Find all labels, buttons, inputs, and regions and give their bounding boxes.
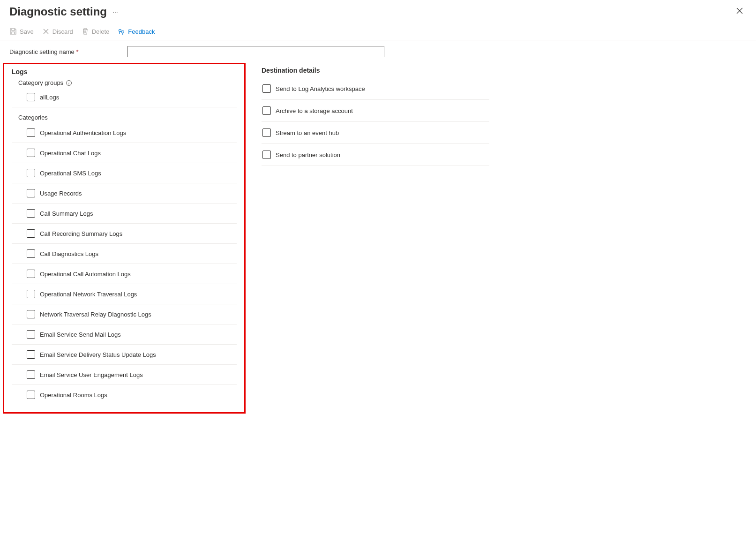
category-groups-label: Category groups i [18,79,237,86]
delete-label: Delete [92,28,110,35]
destination-checkbox[interactable] [262,151,271,159]
category-row: Network Traversal Relay Diagnostic Logs [12,304,237,324]
category-label: Operational Chat Logs [40,150,101,157]
category-row: Operational Network Traversal Logs [12,284,237,304]
svg-point-0 [119,30,121,32]
feedback-button[interactable]: Feedback [118,28,155,35]
name-field-label: Diagnostic setting name * [9,48,122,55]
save-icon [9,28,17,35]
info-icon[interactable]: i [66,80,72,86]
content-columns: Logs Category groups i allLogs Categorie… [0,63,756,414]
destination-label: Send to partner solution [276,151,340,158]
discard-button[interactable]: Discard [42,28,73,35]
category-row: Operational Call Automation Logs [12,264,237,284]
category-label: Call Summary Logs [40,210,93,217]
category-label: Email Service User Engagement Logs [40,371,143,378]
svg-point-1 [122,31,124,33]
destination-checkbox[interactable] [262,84,271,93]
destination-checkbox[interactable] [262,128,271,137]
category-checkbox[interactable] [27,370,35,379]
category-checkbox[interactable] [27,189,35,197]
delete-button[interactable]: Delete [82,28,110,35]
category-label: Operational Call Automation Logs [40,271,131,278]
logs-panel: Logs Category groups i allLogs Categorie… [3,63,246,414]
diagnostic-setting-name-input[interactable] [127,46,384,57]
category-checkbox[interactable] [27,270,35,278]
category-row: Email Service Send Mail Logs [12,324,237,345]
category-row: Operational Chat Logs [12,143,237,163]
categories-label: Categories [18,114,237,121]
category-checkbox[interactable] [27,128,35,137]
category-checkbox[interactable] [27,391,35,399]
page-title: Diagnostic setting [9,5,107,18]
category-checkbox[interactable] [27,290,35,298]
category-checkbox[interactable] [27,229,35,238]
category-checkbox[interactable] [27,209,35,218]
category-row: Usage Records [12,183,237,204]
category-checkbox[interactable] [27,249,35,258]
category-label: Call Diagnostics Logs [40,250,98,257]
category-label: Operational SMS Logs [40,170,101,177]
alllogs-row: allLogs [12,89,237,107]
close-icon [736,8,743,14]
discard-icon [42,28,50,35]
destination-label: Archive to a storage account [276,107,353,114]
toolbar: Save Discard Delete Feedback [0,22,756,40]
category-label: Email Service Delivery Status Update Log… [40,351,156,358]
category-label: Email Service Send Mail Logs [40,331,121,338]
category-checkbox[interactable] [27,149,35,157]
destination-row: Send to partner solution [262,144,489,166]
destination-panel: Destination details Send to Log Analytic… [255,63,756,414]
categories-list: Operational Authentication LogsOperation… [12,123,237,405]
header-left: Diagnostic setting ··· [9,5,118,18]
category-row: Call Diagnostics Logs [12,244,237,264]
page-header: Diagnostic setting ··· [0,0,756,22]
alllogs-label: allLogs [40,94,59,101]
save-button[interactable]: Save [9,28,34,35]
feedback-icon [118,28,125,35]
destination-row: Archive to a storage account [262,100,489,122]
destination-title: Destination details [262,67,747,74]
delete-icon [82,28,89,35]
destination-row: Stream to an event hub [262,122,489,144]
destination-row: Send to Log Analytics workspace [262,78,489,100]
category-row: Operational SMS Logs [12,163,237,183]
category-checkbox[interactable] [27,330,35,339]
logs-title: Logs [12,68,237,75]
destination-label: Stream to an event hub [276,129,339,136]
destination-label: Send to Log Analytics workspace [276,85,365,92]
category-row: Email Service User Engagement Logs [12,365,237,385]
alllogs-checkbox[interactable] [27,93,35,101]
required-indicator: * [76,48,78,55]
discard-label: Discard [52,28,73,35]
category-row: Call Summary Logs [12,204,237,224]
save-label: Save [20,28,34,35]
category-checkbox[interactable] [27,310,35,318]
feedback-label: Feedback [128,28,155,35]
category-row: Operational Authentication Logs [12,123,237,143]
category-checkbox[interactable] [27,169,35,177]
category-checkbox[interactable] [27,350,35,359]
category-label: Operational Rooms Logs [40,392,107,399]
category-label: Usage Records [40,190,82,197]
destination-list: Send to Log Analytics workspaceArchive t… [262,78,747,166]
category-label: Operational Authentication Logs [40,129,126,136]
category-row: Email Service Delivery Status Update Log… [12,345,237,365]
category-label: Operational Network Traversal Logs [40,291,137,298]
category-label: Call Recording Summary Logs [40,230,122,237]
close-button[interactable] [733,5,747,18]
more-menu-button[interactable]: ··· [112,8,118,15]
category-row: Call Recording Summary Logs [12,224,237,244]
category-label: Network Traversal Relay Diagnostic Logs [40,311,151,318]
destination-checkbox[interactable] [262,106,271,115]
category-row: Operational Rooms Logs [12,385,237,405]
name-field-row: Diagnostic setting name * [0,40,756,63]
